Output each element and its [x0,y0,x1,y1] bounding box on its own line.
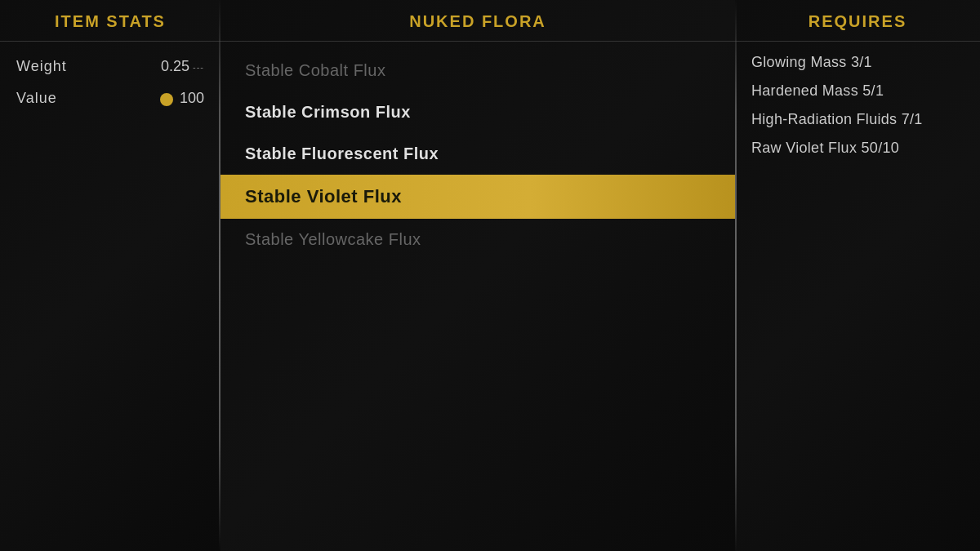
list-item-text: Stable Yellowcake Flux [245,230,421,248]
list-item[interactable]: Stable Fluorescent Flux [220,133,735,175]
list-item[interactable]: Stable Cobalt Flux [220,50,735,91]
item-list: Stable Cobalt FluxStable Crimson FluxSta… [220,42,735,269]
require-item: High-Radiation Fluids 7/1 [751,111,964,128]
weight-label: Weight [16,58,67,75]
value-row: Value 100 [16,90,204,107]
require-item: Glowing Mass 3/1 [751,54,964,71]
item-stats-panel: ITEM STATS Weight 0.25 --- Value 100 [0,0,220,551]
list-item[interactable]: Stable Yellowcake Flux [220,219,735,260]
list-item-text: Stable Crimson Flux [245,103,411,121]
value-amount: 100 [160,90,204,107]
list-item[interactable]: Stable Crimson Flux [220,91,735,133]
weight-value: 0.25 --- [161,58,204,75]
requires-title: REQUIRES [808,12,906,30]
item-stats-header: ITEM STATS [0,0,220,42]
requires-content: Glowing Mass 3/1Hardened Mass 5/1High-Ra… [735,42,980,169]
value-label: Value [16,90,57,107]
require-item: Hardened Mass 5/1 [751,82,964,100]
nuked-flora-header: NUKED FLORA [220,0,735,42]
list-item-text: Stable Violet Flux [245,186,402,207]
stats-content: Weight 0.25 --- Value 100 [0,42,220,123]
weight-number: 0.25 [161,58,189,75]
value-number: 100 [180,90,204,107]
requires-panel: REQUIRES Glowing Mass 3/1Hardened Mass 5… [735,0,980,551]
weight-connector: --- [193,62,204,72]
coin-icon [160,93,173,106]
list-item[interactable]: Stable Violet Flux [220,175,735,219]
require-item: Raw Violet Flux 50/10 [751,140,964,157]
nuked-flora-title: NUKED FLORA [409,12,546,30]
requires-header: REQUIRES [735,0,980,42]
list-item-text: Stable Fluorescent Flux [245,144,439,162]
list-item-text: Stable Cobalt Flux [245,61,385,79]
weight-row: Weight 0.25 --- [16,58,204,75]
nuked-flora-panel: NUKED FLORA Stable Cobalt FluxStable Cri… [220,0,735,551]
item-stats-title: ITEM STATS [55,12,166,30]
